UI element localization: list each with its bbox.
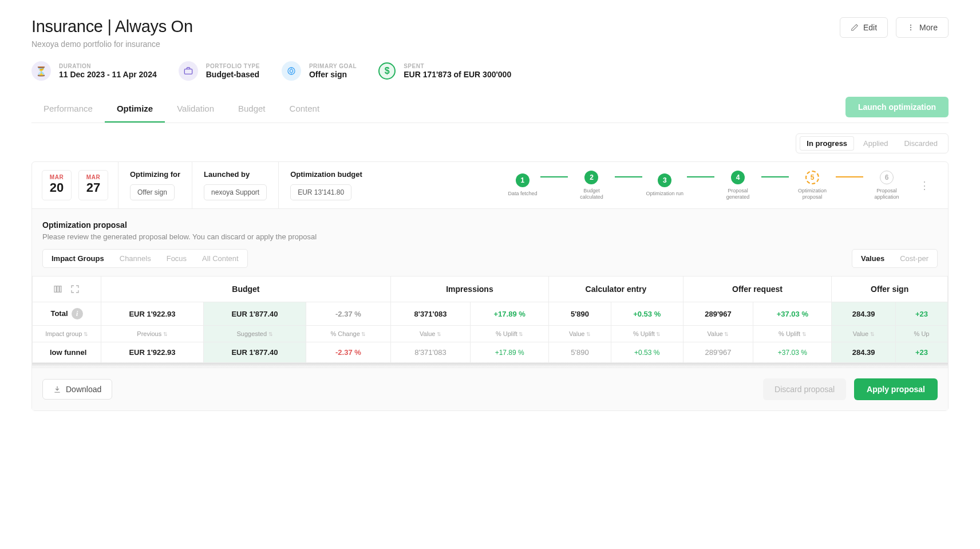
- sub-impact-group[interactable]: Impact group: [33, 326, 101, 342]
- dots-vertical-icon: [907, 23, 915, 31]
- row-change: -2.37 %: [306, 342, 391, 363]
- svg-rect-8: [60, 286, 61, 293]
- pencil-icon: [851, 23, 859, 31]
- col-calculator-entry: Calculator entry: [549, 277, 683, 302]
- sub-req-uplift[interactable]: % Uplift: [753, 326, 832, 342]
- info-icon[interactable]: i: [72, 308, 83, 319]
- step-4-label: Proposal generated: [718, 188, 758, 200]
- portfolio-type-label: PORTFOLIO TYPE: [206, 63, 260, 69]
- sub-imp-value[interactable]: Value: [390, 326, 470, 342]
- total-change: -2.37 %: [306, 302, 391, 326]
- col-offer-sign: Offer sign: [832, 277, 948, 302]
- spent-label: SPENT: [404, 63, 511, 69]
- sub-sign-value[interactable]: Value: [832, 326, 896, 342]
- svg-point-2: [910, 29, 911, 30]
- primary-goal-label: PRIMARY GOAL: [309, 63, 357, 69]
- sub-calc-uplift[interactable]: % Uplift: [611, 326, 683, 342]
- sub-suggested[interactable]: Suggested: [204, 326, 306, 342]
- total-sign-uplift: +23: [896, 302, 948, 326]
- step-6-label: Proposal application: [867, 188, 907, 200]
- tab-optimize[interactable]: Optimize: [105, 96, 165, 123]
- row-sign-value: 284.39: [832, 342, 896, 363]
- row-calc-value: 5'890: [549, 342, 611, 363]
- more-button[interactable]: More: [896, 17, 949, 38]
- total-imp-uplift: +17.89 %: [471, 302, 549, 326]
- download-button[interactable]: Download: [42, 379, 112, 400]
- sub-req-value[interactable]: Value: [683, 326, 753, 342]
- target-icon: [282, 61, 301, 81]
- tab-budget[interactable]: Budget: [226, 96, 278, 123]
- view-focus[interactable]: Focus: [160, 251, 193, 266]
- step-1-label: Data fetched: [508, 191, 537, 197]
- sub-sign-up[interactable]: % Up: [896, 326, 948, 342]
- svg-point-1: [910, 27, 911, 28]
- total-imp-value: 8'371'083: [390, 302, 470, 326]
- tab-validation[interactable]: Validation: [165, 96, 226, 123]
- end-date: MAR 27: [78, 170, 108, 200]
- view-impact-groups[interactable]: Impact Groups: [45, 251, 111, 266]
- row-suggested: EUR 1'877.40: [204, 342, 306, 363]
- hourglass-icon: ⏳: [31, 61, 51, 81]
- status-applied[interactable]: Applied: [856, 136, 895, 151]
- svg-rect-7: [57, 286, 59, 293]
- launched-by-value: nexoya Support: [204, 184, 267, 200]
- view-cost-per[interactable]: Cost-per: [893, 251, 935, 266]
- svg-point-5: [290, 69, 293, 72]
- step-5-label: Optimization proposal: [792, 188, 832, 200]
- optimizing-for-value: Offer sign: [130, 184, 175, 200]
- total-calc-value: 5'890: [549, 302, 611, 326]
- sub-imp-uplift[interactable]: % Uplift: [471, 326, 549, 342]
- expand-icon[interactable]: [70, 285, 80, 294]
- progress-steps: 1Data fetched 2Budget calculated 3Optimi…: [374, 162, 948, 208]
- steps-more-icon[interactable]: ⋮: [915, 179, 934, 192]
- total-req-uplift: +37.03 %: [753, 302, 832, 326]
- columns-icon[interactable]: [53, 285, 62, 294]
- optimization-budget-value: EUR 13'141.80: [290, 184, 351, 200]
- start-month: MAR: [48, 174, 65, 180]
- sub-calc-value[interactable]: Value: [549, 326, 611, 342]
- step-5-circle: 5: [805, 171, 819, 184]
- row-previous: EUR 1'922.93: [101, 342, 204, 363]
- svg-rect-3: [184, 69, 192, 74]
- tab-content[interactable]: Content: [278, 96, 332, 123]
- table-subhead-row: Impact group Previous Suggested % Change…: [33, 326, 948, 342]
- launch-optimization-button[interactable]: Launch optimization: [845, 97, 949, 117]
- proposal-title: Optimization proposal: [42, 220, 938, 230]
- status-discarded[interactable]: Discarded: [897, 136, 945, 151]
- optimizing-for-label: Optimizing for: [130, 170, 180, 179]
- step-3-circle: 3: [658, 173, 671, 187]
- sub-change[interactable]: % Change: [306, 326, 391, 342]
- download-icon: [53, 385, 61, 393]
- col-impressions: Impressions: [390, 277, 548, 302]
- discard-proposal-button[interactable]: Discard proposal: [763, 378, 846, 400]
- primary-goal-value: Offer sign: [309, 70, 357, 79]
- tab-performance[interactable]: Performance: [31, 96, 105, 123]
- apply-proposal-button[interactable]: Apply proposal: [854, 378, 938, 400]
- view-channels[interactable]: Channels: [113, 251, 158, 266]
- edit-button[interactable]: Edit: [840, 17, 888, 38]
- page-title: Insurance | Always On: [31, 17, 193, 36]
- view-values[interactable]: Values: [854, 251, 891, 266]
- row-imp-value: 8'371'083: [390, 342, 470, 363]
- row-req-value: 289'967: [683, 342, 753, 363]
- total-label: Total: [50, 309, 68, 318]
- total-req-value: 289'967: [683, 302, 753, 326]
- total-sign-value: 284.39: [832, 302, 896, 326]
- briefcase-icon: [179, 61, 198, 81]
- step-3-label: Optimization run: [646, 191, 683, 197]
- status-in-progress[interactable]: In progress: [800, 136, 854, 151]
- proposal-description: Please review the generated proposal bel…: [42, 232, 938, 241]
- row-req-uplift: +37.03 %: [753, 342, 832, 363]
- step-4-circle: 4: [731, 171, 745, 184]
- row-imp-uplift: +17.89 %: [471, 342, 549, 363]
- launched-by-label: Launched by: [204, 170, 267, 179]
- total-calc-uplift: +0.53 %: [611, 302, 683, 326]
- view-all-content[interactable]: All Content: [195, 251, 246, 266]
- col-offer-request: Offer request: [683, 277, 832, 302]
- optimization-budget-label: Optimization budget: [290, 170, 362, 179]
- page-subtitle: Nexoya demo portfolio for insurance: [31, 40, 193, 49]
- download-label: Download: [66, 385, 101, 394]
- sub-previous[interactable]: Previous: [101, 326, 204, 342]
- duration-value: 11 Dec 2023 - 11 Apr 2024: [59, 70, 157, 79]
- table-row[interactable]: low funnel EUR 1'922.93 EUR 1'877.40 -2.…: [33, 342, 948, 363]
